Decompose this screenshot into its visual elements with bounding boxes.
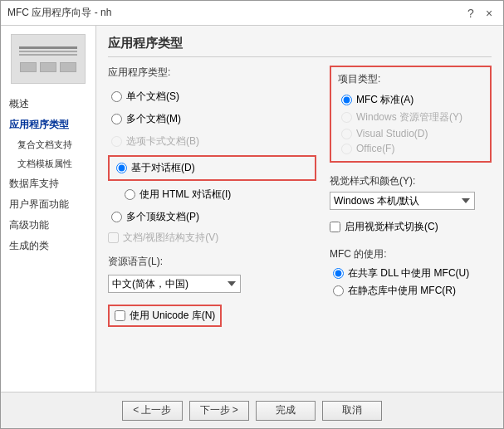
radio-tabbed-doc[interactable]: 选项卡式文档(B): [108, 133, 316, 150]
radio-office-input: [341, 144, 352, 154]
sidebar-item-advanced[interactable]: 高级功能: [1, 215, 95, 236]
prev-button[interactable]: < 上一步: [122, 401, 182, 421]
radio-html-dialog-input[interactable]: [125, 189, 135, 200]
sidebar-item-database[interactable]: 数据库支持: [1, 173, 95, 194]
unicode-checkbox[interactable]: [115, 310, 125, 321]
radio-visual-studio-input: [341, 129, 352, 139]
logo-line-1: [19, 46, 77, 49]
mfc-use-label: MFC 的使用:: [330, 247, 492, 261]
next-button[interactable]: 下一步 >: [189, 401, 249, 421]
radio-single-doc-input[interactable]: [111, 91, 122, 102]
sidebar-logo: [11, 34, 86, 84]
visual-toggle-option[interactable]: 启用视觉样式切换(C): [330, 220, 492, 234]
visual-style-section: 视觉样式和颜色(Y): Windows 本机/默认: [330, 174, 492, 210]
unicode-label[interactable]: 使用 Unicode 库(N): [130, 309, 215, 323]
cancel-button[interactable]: 取消: [322, 401, 382, 421]
radio-mfc-shared-dll-input[interactable]: [333, 268, 344, 279]
content-area: 概述 应用程序类型 复合文档支持 文档模板属性 数据库支持 用户界面功能 高级功…: [1, 26, 503, 392]
logo-line-3: [19, 54, 77, 56]
radio-html-dialog[interactable]: 使用 HTML 对话框(I): [108, 186, 316, 203]
main-panel: 应用程序类型 应用程序类型: 单个文档(S) 多个文档(M): [96, 26, 503, 392]
radio-multi-doc[interactable]: 多个文档(M): [108, 110, 316, 128]
main-window: MFC 应用程序向导 - nh ? × 概述: [0, 0, 504, 429]
radio-mfc-shared-dll[interactable]: 在共享 DLL 中使用 MFC(U): [330, 265, 492, 282]
visual-toggle-checkbox[interactable]: [330, 222, 340, 232]
radio-tabbed-doc-input: [111, 136, 122, 147]
mfc-use-section: MFC 的使用: 在共享 DLL 中使用 MFC(U) 在静态库中使用 MFC(…: [330, 247, 492, 300]
finish-button[interactable]: 完成: [256, 401, 316, 421]
project-type-title: 项目类型:: [338, 72, 483, 86]
radio-dialog[interactable]: 基于对话框(D): [113, 159, 195, 177]
radio-office[interactable]: Office(F): [338, 141, 483, 156]
resource-lang-select[interactable]: 中文(简体，中国): [108, 275, 241, 293]
radio-multi-toplevel[interactable]: 多个顶级文档(P): [108, 208, 316, 226]
resource-lang-section: 资源语言(L): 中文(简体，中国): [108, 255, 316, 293]
bottom-bar: < 上一步 下一步 > 完成 取消: [1, 392, 503, 428]
radio-visual-studio[interactable]: Visual Studio(D): [338, 126, 483, 141]
dialog-based-highlight: 基于对话框(D): [108, 155, 316, 181]
checkbox-docview[interactable]: 文档/视图结构支持(V): [108, 231, 316, 245]
checkbox-docview-input: [108, 232, 119, 243]
unicode-box: 使用 Unicode 库(N): [108, 305, 222, 327]
project-type-box: 项目类型: MFC 标准(A) Windows 资源管理器(Y) Visual …: [330, 66, 492, 163]
radio-mfc-standard-input[interactable]: [341, 95, 352, 105]
title-bar: MFC 应用程序向导 - nh ? ×: [1, 1, 503, 26]
two-col-layout: 应用程序类型: 单个文档(S) 多个文档(M) 选项卡式文档(B): [108, 66, 492, 382]
close-button[interactable]: ×: [482, 6, 497, 21]
visual-style-label: 视觉样式和颜色(Y):: [330, 174, 492, 188]
radio-single-doc[interactable]: 单个文档(S): [108, 88, 316, 105]
sidebar-item-ui[interactable]: 用户界面功能: [1, 194, 95, 215]
app-type-label: 应用程序类型:: [108, 66, 316, 80]
window-title: MFC 应用程序向导 - nh: [7, 6, 111, 20]
right-column: 项目类型: MFC 标准(A) Windows 资源管理器(Y) Visual …: [330, 66, 492, 382]
radio-win-explorer-input: [341, 112, 352, 123]
left-column: 应用程序类型: 单个文档(S) 多个文档(M) 选项卡式文档(B): [108, 66, 316, 382]
logo-line-2: [19, 51, 77, 52]
radio-win-explorer[interactable]: Windows 资源管理器(Y): [338, 109, 483, 126]
panel-title: 应用程序类型: [108, 36, 492, 57]
radio-dialog-input[interactable]: [116, 163, 127, 173]
sidebar-item-compound[interactable]: 复合文档支持: [1, 135, 95, 154]
sidebar-item-apptype[interactable]: 应用程序类型: [1, 115, 95, 135]
resource-lang-label: 资源语言(L):: [108, 255, 316, 269]
radio-multi-doc-input[interactable]: [111, 114, 122, 124]
radio-multi-toplevel-input[interactable]: [111, 212, 122, 222]
title-bar-right: ? ×: [463, 6, 497, 21]
sidebar-item-classes[interactable]: 生成的类: [1, 236, 95, 256]
help-button[interactable]: ?: [463, 6, 478, 21]
sidebar-item-template[interactable]: 文档模板属性: [1, 154, 95, 173]
visual-style-select[interactable]: Windows 本机/默认: [330, 192, 475, 210]
sidebar-item-overview[interactable]: 概述: [1, 94, 95, 115]
radio-mfc-static-lib[interactable]: 在静态库中使用 MFC(R): [330, 282, 492, 300]
radio-mfc-standard[interactable]: MFC 标准(A): [338, 91, 483, 109]
title-bar-left: MFC 应用程序向导 - nh: [7, 6, 111, 20]
sidebar: 概述 应用程序类型 复合文档支持 文档模板属性 数据库支持 用户界面功能 高级功…: [1, 26, 96, 392]
radio-mfc-static-lib-input[interactable]: [333, 285, 344, 296]
